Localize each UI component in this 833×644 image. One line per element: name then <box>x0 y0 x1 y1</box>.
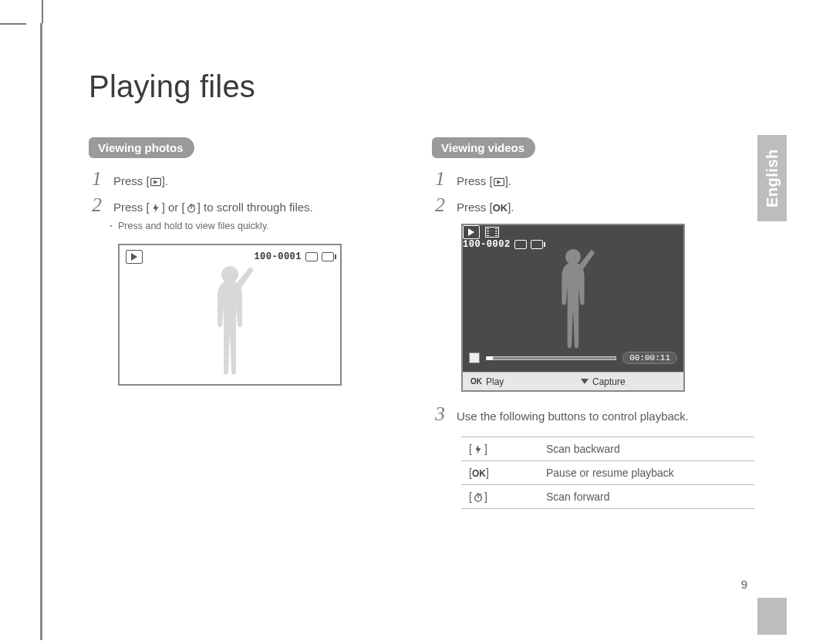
videos-step-1: 1 Press []. <box>435 169 764 191</box>
lcd-footer: OK Play Capture <box>463 372 683 390</box>
crop-mark-vertical <box>42 0 43 23</box>
photos-step-2: 2 Press [] or [] to scroll through files… <box>92 195 420 217</box>
progress-bar <box>486 356 616 360</box>
table-row: [] Scan forward <box>461 484 754 508</box>
elapsed-time: 00:00:11 <box>622 352 677 364</box>
thumb-tab <box>757 598 787 635</box>
footer-play-label: Play <box>486 376 504 387</box>
step-number: 2 <box>92 195 113 215</box>
flash-icon <box>472 445 484 454</box>
timer-icon <box>185 204 197 213</box>
stop-icon <box>469 352 480 363</box>
video-file-icon <box>485 227 499 238</box>
playback-icon <box>493 177 505 187</box>
playback-mode-icon <box>126 250 143 264</box>
svg-point-7 <box>221 266 238 283</box>
step-number: 1 <box>92 169 113 189</box>
playback-icon <box>150 177 162 187</box>
ok-hint-icon: OK <box>470 377 482 386</box>
memory-icon <box>514 240 527 249</box>
svg-marker-2 <box>153 204 158 213</box>
lcd-preview-photo: 100-0001 <box>118 244 342 386</box>
table-row: [] Scan backward <box>461 437 754 460</box>
section-heading-photos: Viewing photos <box>89 137 194 158</box>
playback-mode-icon <box>463 225 480 239</box>
page-number: 9 <box>42 578 747 591</box>
down-icon <box>581 379 588 384</box>
footer-capture-label: Capture <box>592 376 626 387</box>
photos-step-1: 1 Press []. <box>92 169 420 191</box>
file-counter: 100-0002 <box>463 239 511 250</box>
photos-substep: Press and hold to view files quickly. <box>118 221 420 231</box>
videos-step-3: 3 Use the following buttons to control p… <box>435 404 764 426</box>
svg-marker-11 <box>475 445 481 454</box>
svg-line-6 <box>194 204 194 205</box>
manual-page: Playing files English Viewing photos 1 P… <box>40 23 808 640</box>
svg-marker-9 <box>497 180 501 184</box>
playback-controls-table: [] Scan backward [OK] Pause or resume pl… <box>461 437 754 509</box>
ok-button-label: OK <box>493 202 508 214</box>
flash-icon <box>150 204 162 213</box>
silhouette-figure <box>541 244 605 350</box>
crop-mark-horizontal <box>0 23 26 25</box>
column-photos: Viewing photos 1 Press []. 2 Press [] or… <box>89 137 420 386</box>
videos-step-2: 2 Press [OK]. <box>435 195 764 217</box>
ok-button-label: OK <box>472 468 486 479</box>
timer-icon <box>472 493 484 502</box>
svg-marker-1 <box>153 180 157 184</box>
svg-line-15 <box>481 494 481 494</box>
column-videos: Viewing videos 1 Press []. 2 Press [OK]. <box>432 137 764 509</box>
svg-point-10 <box>565 249 581 265</box>
page-title: Playing files <box>89 69 255 104</box>
table-row: [OK] Pause or resume playback <box>461 460 754 484</box>
silhouette-figure <box>194 261 265 376</box>
step-number: 3 <box>435 404 457 424</box>
step-number: 2 <box>435 195 457 215</box>
section-heading-videos: Viewing videos <box>432 137 535 158</box>
step-number: 1 <box>435 169 457 189</box>
battery-icon <box>322 252 334 261</box>
lcd-preview-video: 100-0002 00:00:11 <box>461 224 685 392</box>
svg-point-12 <box>475 494 482 501</box>
memory-icon <box>305 252 318 261</box>
